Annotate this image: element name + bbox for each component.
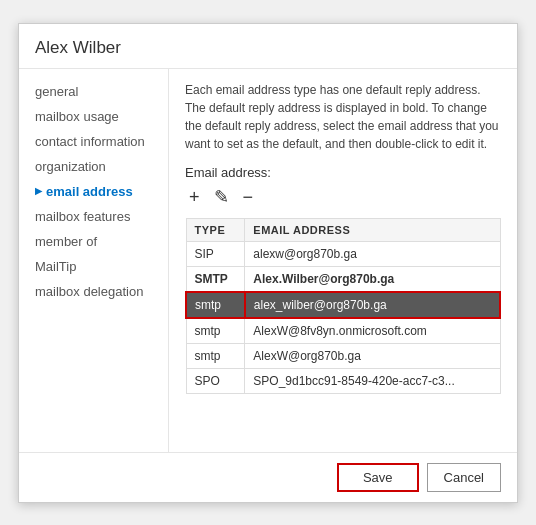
email-address-cell: alexw@org870b.ga	[245, 241, 500, 266]
sidebar-item-MailTip[interactable]: MailTip	[19, 254, 168, 279]
sidebar-item-email-address[interactable]: email address	[19, 179, 168, 204]
email-address-label: Email address:	[185, 165, 501, 180]
email-type-cell: smtp	[186, 343, 245, 368]
table-header: TYPEEMAIL ADDRESS	[186, 218, 500, 241]
table-row[interactable]: SIPalexw@org870b.ga	[186, 241, 500, 266]
email-type-cell: smtp	[186, 318, 245, 344]
save-button[interactable]: Save	[337, 463, 419, 492]
email-address-cell: AlexW@org870b.ga	[245, 343, 500, 368]
sidebar-item-mailbox-delegation[interactable]: mailbox delegation	[19, 279, 168, 304]
table-header-row: TYPEEMAIL ADDRESS	[186, 218, 500, 241]
table-body: SIPalexw@org870b.gaSMTPAlex.Wilber@org87…	[186, 241, 500, 393]
table-row[interactable]: smtpalex_wilber@org870b.ga	[186, 292, 500, 318]
email-type-cell: SIP	[186, 241, 245, 266]
email-address-cell: SPO_9d1bcc91-8549-420e-acc7-c3...	[245, 368, 500, 393]
add-button[interactable]: +	[185, 186, 204, 208]
email-address-cell: Alex.Wilber@org870b.ga	[245, 266, 500, 292]
sidebar: generalmailbox usagecontact informationo…	[19, 69, 169, 452]
table-row[interactable]: SPOSPO_9d1bcc91-8549-420e-acc7-c3...	[186, 368, 500, 393]
email-type-cell: SMTP	[186, 266, 245, 292]
table-row[interactable]: SMTPAlex.Wilber@org870b.ga	[186, 266, 500, 292]
sidebar-item-mailbox-usage[interactable]: mailbox usage	[19, 104, 168, 129]
dialog-body: generalmailbox usagecontact informationo…	[19, 69, 517, 452]
dialog-title: Alex Wilber	[35, 38, 501, 58]
edit-button[interactable]: ✎	[210, 186, 233, 208]
email-address-cell: AlexW@8fv8yn.onmicrosoft.com	[245, 318, 500, 344]
toolbar: + ✎ −	[185, 186, 501, 208]
email-address-cell: alex_wilber@org870b.ga	[245, 292, 500, 318]
dialog-footer: Save Cancel	[19, 452, 517, 502]
table-col-email-address: EMAIL ADDRESS	[245, 218, 500, 241]
sidebar-item-contact-information[interactable]: contact information	[19, 129, 168, 154]
table-col-type: TYPE	[186, 218, 245, 241]
table-row[interactable]: smtpAlexW@org870b.ga	[186, 343, 500, 368]
email-table: TYPEEMAIL ADDRESS SIPalexw@org870b.gaSMT…	[185, 218, 501, 394]
dialog-header: Alex Wilber	[19, 24, 517, 69]
sidebar-item-mailbox-features[interactable]: mailbox features	[19, 204, 168, 229]
email-type-cell: SPO	[186, 368, 245, 393]
cancel-button[interactable]: Cancel	[427, 463, 501, 492]
sidebar-item-member-of[interactable]: member of	[19, 229, 168, 254]
table-row[interactable]: smtpAlexW@8fv8yn.onmicrosoft.com	[186, 318, 500, 344]
email-type-cell: smtp	[186, 292, 245, 318]
dialog: Alex Wilber generalmailbox usagecontact …	[18, 23, 518, 503]
description-text: Each email address type has one default …	[185, 81, 501, 153]
main-content: Each email address type has one default …	[169, 69, 517, 452]
sidebar-item-organization[interactable]: organization	[19, 154, 168, 179]
sidebar-item-general[interactable]: general	[19, 79, 168, 104]
remove-button[interactable]: −	[239, 186, 258, 208]
